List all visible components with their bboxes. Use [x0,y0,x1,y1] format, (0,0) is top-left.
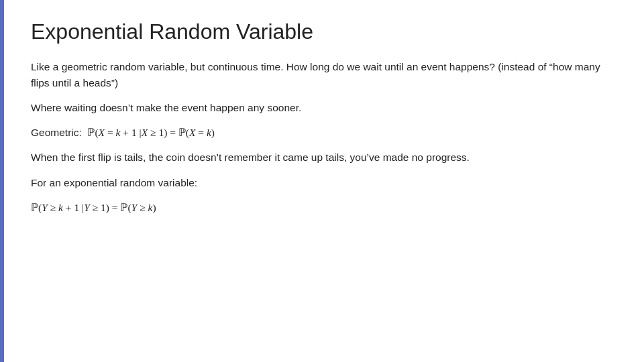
paragraph-2: Where waiting doesn’t make the event hap… [31,100,617,115]
slide-title: Exponential Random Variable [31,19,617,44]
paragraph-1: Like a geometric random variable, but co… [31,59,617,90]
paragraph-for-an: For an exponential random variable: [31,175,617,190]
paragraph-formula: ℙ(Y ≥ k + 1 |Y ≥ 1) = ℙ(Y ≥ k) [31,200,617,215]
slide-content: Exponential Random Variable Like a geome… [4,0,644,362]
paragraph-geometric: Geometric: ℙ(X = k + 1 |X ≥ 1) = ℙ(X = k… [31,125,617,140]
paragraph-3: When the first flip is tails, the coin d… [31,149,617,165]
